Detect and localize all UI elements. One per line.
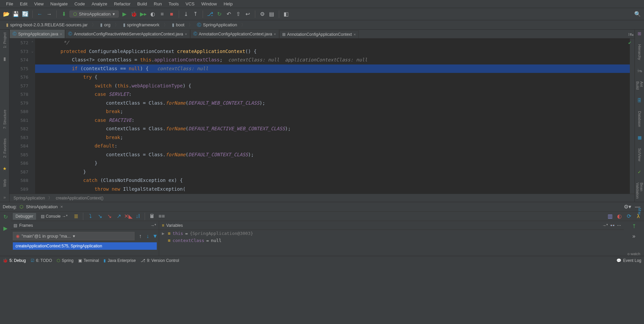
left-rail-icon[interactable]: ▮ xyxy=(3,56,6,61)
fold-down-icon[interactable]: ⌄ xyxy=(30,49,34,53)
gear-icon[interactable]: ⚙▾ xyxy=(624,203,631,211)
status-terminal[interactable]: ▣ Terminal xyxy=(78,258,99,263)
right-rail-bean[interactable]: Bean Validation xyxy=(636,181,644,200)
step-out-icon[interactable]: ↗ xyxy=(115,213,122,220)
thread-selector[interactable]: ◉ "main"@1 in group "ma... ▾ xyxy=(13,232,135,240)
debugger-tab[interactable]: Debugger xyxy=(13,213,36,220)
menu-run[interactable]: Run xyxy=(150,1,165,7)
resume-icon[interactable]: ▶ xyxy=(2,224,9,232)
editor-scrollbar[interactable]: ✔ xyxy=(630,38,635,194)
variable-row[interactable]: ▶ ≡ this = {SpringApplication@3003} xyxy=(159,230,624,237)
status-vcs[interactable]: ⎇ 9: Version Control xyxy=(141,258,179,263)
close-icon[interactable]: × xyxy=(274,32,276,36)
watch-icon[interactable]: 👓 xyxy=(610,223,615,228)
console-tab[interactable]: ▤ Console →* xyxy=(38,213,70,220)
close-icon[interactable]: × xyxy=(60,204,63,209)
close-icon[interactable]: × xyxy=(60,32,62,36)
expand-icon[interactable]: » xyxy=(3,195,6,202)
gutter[interactable]: ⌃ ⌄ 572573574575576577578579580581582583… xyxy=(9,38,35,194)
evaluate-icon[interactable]: 🖩 xyxy=(148,213,156,220)
threads-icon[interactable]: ⟳ xyxy=(625,213,633,220)
profile-icon[interactable]: ◐ xyxy=(149,10,156,18)
filter-icon[interactable]: ▼ xyxy=(151,233,159,240)
attach-icon[interactable]: ≡ xyxy=(158,10,166,18)
frame-row[interactable]: createApplicationContext:575, SpringAppl… xyxy=(13,242,157,250)
debug-icon[interactable]: 🐞 xyxy=(130,10,138,18)
menu-build[interactable]: Build xyxy=(134,1,150,7)
left-rail-project[interactable]: 1: Project xyxy=(3,31,7,49)
tab-annotation-reactive[interactable]: Ⓒ AnnotationConfigReactiveWebServerAppli… xyxy=(65,29,190,38)
forward-icon[interactable]: → xyxy=(46,10,53,18)
menu-refactor[interactable]: Refactor xyxy=(111,1,134,7)
tab-annotation-context[interactable]: Ⓒ AnnotationConfigApplicationContext.jav… xyxy=(190,29,279,38)
menu-help[interactable]: Help xyxy=(220,1,236,7)
options-icon[interactable]: ⋯ xyxy=(617,223,621,228)
frames-icon[interactable]: ≣ xyxy=(72,213,80,220)
prev-frame-icon[interactable]: ↑ xyxy=(137,233,144,240)
open-icon[interactable]: 📂 xyxy=(3,10,10,18)
structure-icon[interactable]: ▤ xyxy=(268,10,275,18)
pin-icon[interactable]: →* xyxy=(602,223,608,228)
close-icon[interactable]: × xyxy=(354,32,356,36)
breadcrumb-org[interactable]: ▮ org xyxy=(97,22,114,28)
menu-window[interactable]: Window xyxy=(198,1,220,7)
editor-footer-method[interactable]: createApplicationContext() xyxy=(56,196,103,200)
status-todo[interactable]: ☑ 6: TODO xyxy=(31,258,52,263)
run-to-cursor-icon[interactable]: ↓I xyxy=(134,213,141,220)
left-rail-favorites[interactable]: 2: Favorites xyxy=(3,137,7,159)
tab-options-icon[interactable]: ⁝≡₄ xyxy=(627,31,635,38)
ant-icon[interactable]: 🐜 xyxy=(637,68,642,73)
right-rail-hierarchy[interactable]: Hierarchy xyxy=(638,43,642,61)
stop-icon[interactable]: ■ xyxy=(168,10,175,18)
revert-icon[interactable]: ↶ xyxy=(225,10,233,18)
build-icon[interactable]: ⬇ xyxy=(60,10,67,18)
menu-file[interactable]: File xyxy=(3,1,17,7)
menu-tools[interactable]: Tools xyxy=(165,1,182,7)
menu-analyze[interactable]: Analyze xyxy=(88,1,111,7)
left-rail-structure[interactable]: 7: Structure xyxy=(3,108,7,130)
menu-code[interactable]: Code xyxy=(71,1,88,7)
left-rail-web[interactable]: Web xyxy=(3,178,7,188)
next-frame-icon[interactable]: ↓ xyxy=(144,233,151,240)
memory-icon[interactable]: ▥ xyxy=(606,213,614,220)
menu-navigate[interactable]: Navigate xyxy=(47,1,71,7)
settings-icon[interactable]: ⚙ xyxy=(259,10,266,18)
search-icon[interactable]: 🔍 xyxy=(634,10,641,18)
database-icon[interactable]: 🗄 xyxy=(637,98,642,103)
trace-icon[interactable]: ≡≡ xyxy=(158,213,165,220)
menu-vcs[interactable]: VCS xyxy=(182,1,198,7)
right-rail-ant[interactable]: Ant Build xyxy=(636,80,644,91)
save-icon[interactable]: 💾 xyxy=(12,10,20,18)
sciview-icon[interactable]: ▦ xyxy=(638,135,642,140)
right-rail-icon[interactable]: ⊞ xyxy=(638,31,641,36)
run-config-selector[interactable]: ⬡ ShiroApplication ▾ xyxy=(69,10,119,18)
bean-icon[interactable]: ✓ xyxy=(638,169,641,174)
code-area[interactable]: ✔ */ protected ConfigurableApplicationCo… xyxy=(35,38,635,194)
more-icon[interactable]: » xyxy=(630,233,638,240)
variable-row[interactable]: ≡ contextClass = null xyxy=(159,237,624,244)
tab-annotation-hierarchy[interactable]: ⊞ AnnotationConfigApplicationContext × xyxy=(279,30,359,38)
expand-icon[interactable]: ▶ xyxy=(162,231,166,236)
status-event-log[interactable]: 💬 Event Log xyxy=(616,258,641,263)
pin-icon[interactable]: →* xyxy=(150,223,156,228)
status-spring[interactable]: ⬡ Spring xyxy=(57,258,74,263)
force-step-into-icon[interactable]: ↘ xyxy=(106,213,113,220)
menu-view[interactable]: View xyxy=(31,1,47,7)
sync-icon[interactable]: 🔄 xyxy=(22,10,29,18)
close-icon[interactable]: × xyxy=(185,32,187,36)
right-rail-database[interactable]: Database xyxy=(638,110,642,128)
step-into-icon[interactable]: ↘ xyxy=(96,213,104,220)
rerun-icon[interactable]: ↻ xyxy=(2,213,9,220)
dump-icon[interactable]: λ xyxy=(635,213,642,220)
status-javaee[interactable]: ▮ Java Enterprise xyxy=(104,258,136,263)
breadcrumb-springframework[interactable]: ▮ springframework xyxy=(120,22,163,28)
editor-body[interactable]: ⌃ ⌄ 572573574575576577578579580581582583… xyxy=(9,38,635,194)
right-rail-sciview[interactable]: SciView xyxy=(638,147,642,163)
vcs-icon[interactable]: ⎇ xyxy=(206,10,214,18)
undo-icon[interactable]: ↩ xyxy=(244,10,252,18)
breadcrumb-boot[interactable]: ▮ boot xyxy=(169,22,188,28)
breadcrumb-jar[interactable]: ▮ spring-boot-2.0.3.RELEASE-sources.jar xyxy=(3,22,91,28)
restore-icon[interactable]: ⤒ xyxy=(630,222,638,230)
drop-frame-icon[interactable]: ✕◣ xyxy=(124,213,132,220)
push-icon[interactable]: ⇧ xyxy=(235,10,242,18)
